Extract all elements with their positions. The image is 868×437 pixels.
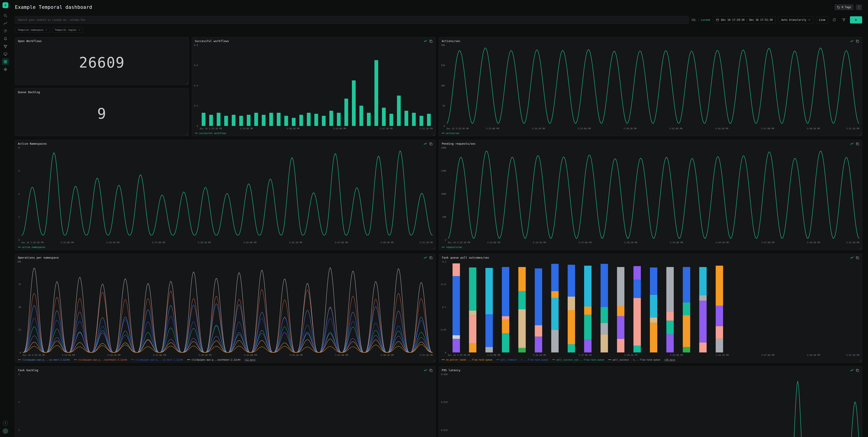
legend-label: poll_success_syn...-flow-task-queue xyxy=(557,358,604,361)
chart-canvas[interactable]: 0.80.60.40.20Dec 16 5:29:30 PM5:34:00 PM… xyxy=(192,43,435,130)
chart-canvas[interactable]: 0.0380.0290.0190.0100 xyxy=(439,373,862,437)
legend-item[interactable]: poll_success - s...-flow-task-queue xyxy=(608,358,660,361)
panel-task-backlog: Task backlog 43210 xyxy=(15,366,436,437)
chart-area[interactable]: 1007550250Dec 16 5:29:30 PM5:32:00 PM5:3… xyxy=(15,260,435,357)
filter-temporal-region[interactable]: Temporal region xyxy=(52,27,83,33)
legend-swatch xyxy=(187,360,190,360)
play-icon xyxy=(855,18,858,22)
query-language-toggle[interactable]: SQL | Lucene xyxy=(691,18,710,22)
legend-label: clickpipes-aws-p...-us-east-1.12c4n xyxy=(135,358,183,361)
sidebar-item-dashboards[interactable] xyxy=(2,58,9,65)
chart-canvas[interactable]: 0.20.150.10.050Dec 16 5:29:30 PM5:32:00 … xyxy=(439,260,862,357)
svg-text:5:44:30 PM: 5:44:30 PM xyxy=(289,354,303,356)
lang-lucene[interactable]: Lucene xyxy=(701,18,710,22)
panel-chart-icon[interactable] xyxy=(850,256,854,259)
svg-text:Dec 16 5:29:30 PM: Dec 16 5:29:30 PM xyxy=(448,354,470,356)
legend-more-link[interactable]: +12 more xyxy=(245,358,255,361)
chart-area[interactable]: 0.0380.0290.0190.0100 xyxy=(439,373,862,437)
tag-icon xyxy=(837,6,840,9)
live-button[interactable]: Live xyxy=(816,16,828,24)
svg-text:0.4: 0.4 xyxy=(194,84,198,87)
legend-item[interactable]: clickpipes-aws-p...-us-east-2.12c4n xyxy=(18,358,70,361)
legend-label: clickpipes-aws-p...-us-east-2.12c4n xyxy=(22,358,70,361)
chart-canvas[interactable]: 43210 xyxy=(15,373,435,437)
user-avatar[interactable] xyxy=(3,429,8,434)
panel-chart-icon[interactable] xyxy=(850,142,854,146)
svg-text:3: 3 xyxy=(18,401,20,403)
sidebar-item-traces[interactable] xyxy=(2,27,9,35)
svg-text:100K: 100K xyxy=(441,193,446,195)
panel-title: Task backlog xyxy=(18,369,38,372)
legend-item[interactable]: poll_timeout - s...-flow-task-queue xyxy=(496,358,548,361)
granularity-select[interactable]: Auto Granularity xyxy=(778,16,813,24)
legend-item[interactable]: successful workflows xyxy=(195,132,226,134)
chart-canvas[interactable]: 86420Dec 16 5:29:30 PM5:32:00 PM5:34:30 … xyxy=(15,146,435,244)
panel-chart-icon[interactable] xyxy=(424,39,427,43)
panel-copy-icon[interactable] xyxy=(429,39,433,43)
gear-icon xyxy=(3,67,7,71)
chart-area[interactable]: 0.20.150.10.050Dec 16 5:29:30 PM5:32:00 … xyxy=(439,260,862,357)
sidebar-item-settings[interactable] xyxy=(2,66,9,73)
app-logo[interactable] xyxy=(2,2,8,8)
lang-sql[interactable]: SQL xyxy=(691,18,696,22)
filter-temporal-namespace[interactable]: Temporal namespace xyxy=(15,27,50,33)
panel-header: Pending requests/sec xyxy=(439,140,862,146)
chart-area[interactable]: 0.80.60.40.20Dec 16 5:29:30 PM5:34:00 PM… xyxy=(192,43,435,130)
legend-item[interactable]: active namespaces xyxy=(18,246,45,248)
svg-text:5:44:30 PM: 5:44:30 PM xyxy=(716,241,728,244)
legend-item[interactable]: requests/sec xyxy=(442,246,462,248)
panel-copy-icon[interactable] xyxy=(856,142,859,146)
sidebar-item-clients[interactable] xyxy=(2,51,9,58)
svg-text:5:51:30 PM: 5:51:30 PM xyxy=(846,354,859,356)
panel-copy-icon[interactable] xyxy=(856,369,859,372)
chart-area[interactable]: 86420Dec 16 5:29:30 PM5:32:00 PM5:34:30 … xyxy=(15,146,435,244)
panel-title: Operations per namespace xyxy=(18,256,59,259)
legend-item[interactable]: action/sec xyxy=(442,132,460,134)
panel-actions xyxy=(850,369,859,372)
svg-text:100: 100 xyxy=(17,260,21,263)
panel-chart-icon[interactable] xyxy=(424,142,427,146)
legend-item[interactable]: clickpipes-aws-p...-us-east-1.12c4n xyxy=(131,358,183,361)
sidebar-item-chart-explorer[interactable] xyxy=(2,20,9,27)
panel-copy-icon[interactable] xyxy=(429,256,433,259)
panel-chart-icon[interactable] xyxy=(850,39,854,43)
filter-label: Temporal namespace xyxy=(18,29,43,31)
svg-text:50: 50 xyxy=(442,104,445,107)
metric-value: 9 xyxy=(15,94,188,136)
panel-chart-icon[interactable] xyxy=(424,256,427,259)
panel-chart-icon[interactable] xyxy=(850,369,854,372)
chart-area[interactable]: 43210 xyxy=(15,373,435,437)
chart-area[interactable]: 200K150K100K50K0Dec 16 5:29:30 PM5:32:00… xyxy=(439,146,862,244)
more-menu-button[interactable] xyxy=(856,4,862,10)
panel-copy-icon[interactable] xyxy=(429,142,433,146)
chart-canvas[interactable]: 1007550250Dec 16 5:29:30 PM5:32:00 PM5:3… xyxy=(15,260,435,357)
panel-copy-icon[interactable] xyxy=(856,39,859,43)
svg-text:5:47:00 PM: 5:47:00 PM xyxy=(761,127,774,130)
legend-label: action/sec xyxy=(446,132,460,134)
filter-button[interactable] xyxy=(840,17,847,23)
chart-area[interactable]: 200150100500Dec 16 5:29:30 PM5:32:00 PM5… xyxy=(439,43,862,130)
chart-canvas[interactable]: 200150100500Dec 16 5:29:30 PM5:32:00 PM5… xyxy=(439,43,862,130)
tags-badge[interactable]: 0 Tags xyxy=(835,4,854,10)
legend-item[interactable]: clickpipes-aws-p...southeast-3.12c4n xyxy=(74,358,127,361)
time-range-picker[interactable]: Dec 16 17:29:30 - Dec 16 17:51:30 xyxy=(713,16,776,24)
chart-canvas[interactable]: 200K150K100K50K0Dec 16 5:29:30 PM5:32:00… xyxy=(439,146,862,244)
svg-text:50K: 50K xyxy=(442,216,446,218)
search-input[interactable] xyxy=(18,18,686,22)
refresh-button[interactable] xyxy=(831,17,838,23)
panel-copy-icon[interactable] xyxy=(429,369,433,372)
svg-text:4: 4 xyxy=(18,373,20,375)
legend-item[interactable]: poll_success_syn...-flow-task-queue xyxy=(552,358,604,361)
panel-chart-icon[interactable] xyxy=(424,369,427,372)
legend-more-link[interactable]: +30 more xyxy=(664,358,675,361)
topbar-right: 0 Tags xyxy=(835,4,862,10)
panel-copy-icon[interactable] xyxy=(856,256,859,259)
legend-item[interactable]: clickpipes-aws-p...southeast-2.12c4n xyxy=(187,358,241,361)
sidebar-item-alerts[interactable] xyxy=(2,35,9,42)
sidebar-item-service-map[interactable] xyxy=(2,43,9,50)
help-button[interactable]: ? xyxy=(3,421,8,426)
run-query-button[interactable] xyxy=(850,16,862,24)
sidebar-item-search[interactable] xyxy=(2,12,9,19)
monitor-icon xyxy=(3,52,7,56)
legend-item[interactable]: no_poller_tasks ...flow-task-queue xyxy=(442,358,492,361)
